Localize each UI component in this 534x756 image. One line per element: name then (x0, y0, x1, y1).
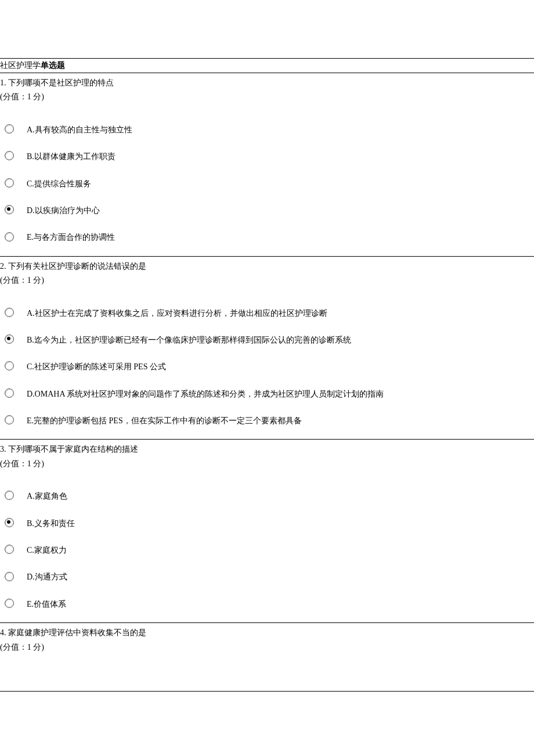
section-header: 社区护理学单选题 (0, 58, 534, 73)
radio-icon[interactable] (5, 151, 14, 160)
question-number: 3. (0, 445, 6, 453)
question-stem: 下列哪项不是社区护理的特点 (8, 78, 114, 87)
option-label: D.沟通方式 (27, 568, 67, 584)
radio-icon[interactable] (5, 232, 14, 242)
options-list: A.具有较高的自主性与独立性 B.以群体健康为工作职责 C.提供综合性服务 D.… (0, 106, 534, 256)
option-row[interactable]: E.价值体系 (0, 590, 534, 617)
question-score: (分值：1 分) (0, 274, 534, 289)
question-stem: 下列哪项不属于家庭内在结构的描述 (8, 445, 138, 453)
question-number: 2. (0, 262, 6, 271)
page-footer-line (0, 656, 534, 692)
radio-icon[interactable] (5, 415, 14, 424)
option-label: A.社区护士在完成了资料收集之后，应对资料进行分析，并做出相应的社区护理诊断 (27, 305, 327, 320)
option-row[interactable]: C.社区护理诊断的陈述可采用 PES 公式 (0, 352, 534, 379)
option-label: C.提供综合性服务 (27, 175, 91, 190)
option-label: A.家庭角色 (27, 488, 67, 503)
radio-icon[interactable] (5, 178, 14, 188)
radio-icon[interactable] (5, 491, 14, 500)
option-row[interactable]: D.以疾病治疗为中心 (0, 196, 534, 223)
radio-icon[interactable] (5, 599, 14, 608)
option-row[interactable]: C.提供综合性服务 (0, 170, 534, 196)
question-number: 1. (0, 78, 6, 87)
option-row[interactable]: B.义务和责任 (0, 509, 534, 536)
options-list: A.社区护士在完成了资料收集之后，应对资料进行分析，并做出相应的社区护理诊断 B… (0, 290, 534, 440)
option-row[interactable]: D.沟通方式 (0, 563, 534, 589)
option-label: E.价值体系 (27, 596, 66, 611)
question-text: 1. 下列哪项不是社区护理的特点 (0, 73, 534, 91)
header-suffix: 单选题 (41, 61, 65, 70)
question-score: (分值：1 分) (0, 91, 534, 106)
radio-icon-selected[interactable] (5, 205, 14, 214)
radio-icon[interactable] (5, 388, 14, 398)
question-text: 4. 家庭健康护理评估中资料收集不当的是 (0, 623, 534, 640)
radio-icon-selected[interactable] (5, 334, 14, 344)
option-row[interactable]: A.家庭角色 (0, 482, 534, 509)
question-block-1: 1. 下列哪项不是社区护理的特点 (分值：1 分) A.具有较高的自主性与独立性… (0, 73, 534, 257)
option-row[interactable]: E.完整的护理诊断包括 PES，但在实际工作中有的诊断不一定三个要素都具备 (0, 406, 534, 433)
option-label: E.完整的护理诊断包括 PES，但在实际工作中有的诊断不一定三个要素都具备 (27, 412, 302, 427)
option-label: B.以群体健康为工作职责 (27, 148, 116, 163)
option-label: B.迄今为止，社区护理诊断已经有一个像临床护理诊断那样得到国际公认的完善的诊断系… (27, 332, 351, 347)
question-stem: 家庭健康护理评估中资料收集不当的是 (8, 628, 146, 637)
question-text: 2. 下列有关社区护理诊断的说法错误的是 (0, 257, 534, 274)
option-label: C.社区护理诊断的陈述可采用 PES 公式 (27, 358, 166, 373)
option-row[interactable]: B.迄今为止，社区护理诊断已经有一个像临床护理诊断那样得到国际公认的完善的诊断系… (0, 326, 534, 352)
question-text: 3. 下列哪项不属于家庭内在结构的描述 (0, 440, 534, 457)
option-row[interactable]: D.OMAHA 系统对社区护理对象的问题作了系统的陈述和分类，并成为社区护理人员… (0, 380, 534, 406)
radio-icon[interactable] (5, 361, 14, 370)
option-row[interactable]: E.与各方面合作的协调性 (0, 223, 534, 250)
radio-icon[interactable] (5, 572, 14, 581)
page-container: 社区护理学单选题 1. 下列哪项不是社区护理的特点 (分值：1 分) A.具有较… (0, 0, 534, 692)
option-label: D.OMAHA 系统对社区护理对象的问题作了系统的陈述和分类，并成为社区护理人员… (27, 386, 384, 401)
question-block-4: 4. 家庭健康护理评估中资料收集不当的是 (分值：1 分) (0, 623, 534, 692)
question-score: (分值：1 分) (0, 458, 534, 473)
question-block-3: 3. 下列哪项不属于家庭内在结构的描述 (分值：1 分) A.家庭角色 B.义务… (0, 440, 534, 623)
question-block-2: 2. 下列有关社区护理诊断的说法错误的是 (分值：1 分) A.社区护士在完成了… (0, 257, 534, 440)
option-row[interactable]: B.以群体健康为工作职责 (0, 142, 534, 169)
option-label: D.以疾病治疗为中心 (27, 202, 100, 217)
option-label: C.家庭权力 (27, 542, 67, 557)
option-row[interactable]: A.社区护士在完成了资料收集之后，应对资料进行分析，并做出相应的社区护理诊断 (0, 299, 534, 326)
option-row[interactable]: A.具有较高的自主性与独立性 (0, 116, 534, 142)
radio-icon-selected[interactable] (5, 518, 14, 527)
option-label: E.与各方面合作的协调性 (27, 229, 115, 244)
question-score: (分值：1 分) (0, 641, 534, 656)
option-row[interactable]: C.家庭权力 (0, 536, 534, 563)
options-list: A.家庭角色 B.义务和责任 C.家庭权力 D.沟通方式 E.价值体系 (0, 473, 534, 622)
radio-icon[interactable] (5, 124, 14, 134)
option-label: B.义务和责任 (27, 515, 75, 530)
option-label: A.具有较高的自主性与独立性 (27, 121, 132, 136)
question-stem: 下列有关社区护理诊断的说法错误的是 (8, 262, 146, 271)
question-number: 4. (0, 628, 6, 637)
radio-icon[interactable] (5, 308, 14, 317)
header-prefix: 社区护理学 (0, 61, 41, 70)
radio-icon[interactable] (5, 545, 14, 554)
